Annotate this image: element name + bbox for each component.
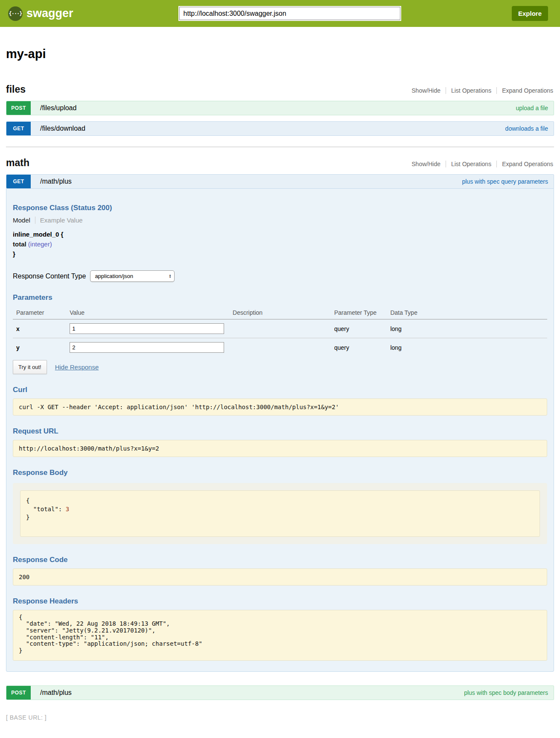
model-close-line: } — [13, 250, 547, 258]
parameters-heading: Parameters — [13, 293, 547, 302]
show-hide-link[interactable]: Show/Hide — [406, 87, 446, 94]
response-content-type-label: Response Content Type — [13, 272, 86, 280]
expand-operations-link[interactable]: Expand Operations — [496, 161, 554, 167]
parameter-type: query — [331, 319, 387, 338]
base-url-label: [ BASE URL: ] — [0, 714, 560, 734]
parameter-type: query — [331, 338, 387, 357]
header-bar: {···} swagger Explore — [0, 0, 560, 27]
json-number-value: 3 — [66, 506, 69, 512]
list-operations-link[interactable]: List Operations — [446, 161, 496, 167]
curl-command-block: curl -X GET --header 'Accept: applicatio… — [13, 398, 547, 416]
operation-summary-link[interactable]: upload a file — [516, 105, 548, 111]
response-body-block: { "total": 3 } — [20, 490, 540, 537]
operation-path[interactable]: /math/plus — [40, 689, 72, 697]
parameter-description — [229, 338, 331, 357]
explore-button[interactable]: Explore — [512, 6, 548, 21]
resource-options-files: Show/Hide List Operations Expand Operati… — [406, 87, 554, 95]
response-class-heading: Response Class (Status 200) — [13, 204, 547, 212]
response-body-container: { "total": 3 } — [13, 483, 547, 544]
parameter-y-input[interactable] — [70, 342, 224, 353]
resource-name-math[interactable]: math — [6, 157, 29, 169]
show-hide-link[interactable]: Show/Hide — [406, 161, 446, 167]
col-header-data-type: Data Type — [387, 306, 547, 319]
resource-name-files[interactable]: files — [6, 84, 26, 95]
parameters-table: Parameter Value Description Parameter Ty… — [13, 306, 547, 357]
operation-row-get-files-download[interactable]: GET /files/download downloads a file — [6, 121, 554, 136]
response-code-block: 200 — [13, 568, 547, 586]
col-header-parameter-type: Parameter Type — [331, 306, 387, 319]
curl-heading: Curl — [13, 386, 547, 394]
operation-summary-link[interactable]: plus with spec body parameters — [464, 689, 548, 696]
swagger-brace-icon: {···} — [8, 6, 23, 21]
try-it-out-button[interactable]: Try it out! — [13, 360, 47, 374]
tab-example-value[interactable]: Example Value — [35, 217, 83, 224]
col-header-description: Description — [229, 306, 331, 319]
json-text: { "total": — [26, 497, 66, 512]
response-headers-heading: Response Headers — [13, 597, 547, 606]
operation-row-post-math-plus[interactable]: POST /math/plus plus with spec body para… — [6, 685, 554, 700]
col-header-value: Value — [66, 306, 229, 319]
parameter-name: x — [13, 319, 66, 338]
parameter-data-type: long — [387, 338, 547, 357]
operation-path[interactable]: /math/plus — [40, 178, 72, 185]
model-open-line: inline_model_0 { — [13, 231, 547, 238]
response-code-heading: Response Code — [13, 556, 547, 564]
parameter-data-type: long — [387, 319, 547, 338]
model-property-name: total — [13, 240, 26, 248]
operation-path[interactable]: /files/download — [40, 125, 85, 132]
model-tabs: Model Example Value — [13, 217, 547, 224]
parameter-name: y — [13, 338, 66, 357]
parameter-row-y: y query long — [13, 338, 547, 357]
swagger-logo-text: swagger — [26, 7, 73, 20]
resource-heading-math: math Show/Hide List Operations Expand Op… — [6, 157, 554, 169]
model-signature: inline_model_0 { total (integer) } — [13, 231, 547, 258]
page-title: my-api — [6, 47, 554, 61]
section-divider — [6, 146, 554, 147]
response-content-type-row: Response Content Type application/json ▲… — [13, 270, 547, 282]
hide-response-link[interactable]: Hide Response — [55, 363, 99, 371]
operation-detail-panel: Response Class (Status 200) Model Exampl… — [6, 189, 554, 672]
content-type-select[interactable]: application/json ▲ ▼ — [90, 270, 175, 282]
try-it-out-row: Try it out! Hide Response — [13, 360, 547, 374]
method-badge-get: GET — [6, 175, 31, 188]
method-badge-get: GET — [6, 122, 31, 135]
method-badge-post: POST — [6, 101, 31, 115]
request-url-heading: Request URL — [13, 427, 547, 436]
operation-row-post-files-upload[interactable]: POST /files/upload upload a file — [6, 101, 554, 115]
expand-operations-link[interactable]: Expand Operations — [496, 87, 554, 94]
request-url-block: http://localhost:3000/math/plus?x=1&y=2 — [13, 440, 547, 457]
method-badge-post: POST — [6, 686, 31, 700]
spec-url-input[interactable] — [179, 7, 400, 20]
parameter-description — [229, 319, 331, 338]
tab-model[interactable]: Model — [13, 217, 35, 224]
json-text: } — [26, 514, 29, 521]
operation-path[interactable]: /files/upload — [40, 104, 76, 112]
resource-options-math: Show/Hide List Operations Expand Operati… — [406, 161, 554, 169]
parameter-row-x: x query long — [13, 319, 547, 338]
response-body-heading: Response Body — [13, 469, 547, 477]
response-headers-block: { "date": "Wed, 22 Aug 2018 18:49:13 GMT… — [13, 610, 547, 661]
operation-summary-link[interactable]: downloads a file — [505, 125, 548, 132]
operation-summary-link[interactable]: plus with spec query parameters — [462, 178, 548, 185]
parameter-x-input[interactable] — [70, 323, 224, 334]
list-operations-link[interactable]: List Operations — [446, 87, 496, 94]
resource-heading-files: files Show/Hide List Operations Expand O… — [6, 84, 554, 95]
swagger-logo: {···} swagger — [8, 6, 73, 21]
model-property-type: (integer) — [28, 240, 52, 248]
parameters-header-row: Parameter Value Description Parameter Ty… — [13, 306, 547, 319]
model-property-line: total (integer) — [13, 240, 547, 248]
content-type-selected-value: application/json — [95, 273, 133, 279]
select-arrows-icon: ▲ ▼ — [169, 274, 171, 278]
col-header-parameter: Parameter — [13, 306, 66, 319]
operation-row-get-math-plus[interactable]: GET /math/plus plus with spec query para… — [6, 174, 554, 189]
